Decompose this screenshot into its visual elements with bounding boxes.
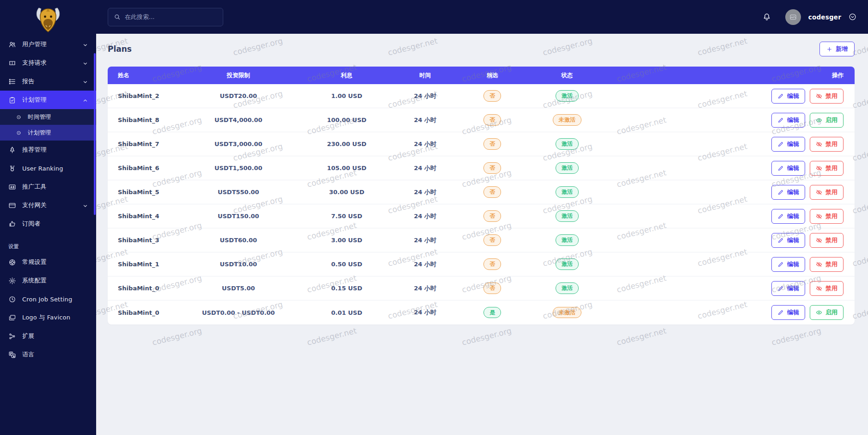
featured-badge: 是 — [483, 307, 501, 318]
table-row: ShibaMint_1 USDT10.00 0.50 USD 24 小时 否 激… — [108, 252, 855, 276]
sidebar-item-12[interactable]: 常规设置 — [0, 253, 96, 271]
investment-limit-cell: USDT4,000.00 — [175, 116, 302, 123]
featured-cell: 否 — [459, 282, 526, 294]
table-row: ShibaMint_5 USDT550.00 30.00 USD 24 小时 否… — [108, 180, 855, 204]
sidebar-item-16[interactable]: 扩展 — [0, 327, 96, 345]
tree-icon — [8, 146, 16, 154]
column-header: 利息 — [302, 72, 391, 80]
featured-badge: 否 — [483, 282, 501, 294]
investment-limit-cell: USDT550.00 — [175, 189, 302, 196]
user-menu-chevron-icon[interactable] — [849, 13, 856, 21]
edit-button[interactable]: 编辑 — [771, 257, 805, 272]
edit-button[interactable]: 编辑 — [771, 89, 805, 104]
sidebar-item-9[interactable]: 支付网关 — [0, 196, 96, 214]
actions-cell: 编辑 禁用 — [608, 137, 855, 152]
status-cell: 未激活 — [526, 114, 608, 125]
add-plan-button[interactable]: 新增 — [819, 42, 855, 56]
sidebar-item-1[interactable]: 支持请求 — [0, 54, 96, 72]
actions-cell: 编辑 禁用 — [608, 257, 855, 272]
edit-button[interactable]: 编辑 — [771, 281, 805, 296]
actions-cell: 编辑 启用 — [608, 305, 855, 320]
sidebar-item-17[interactable]: 语言 — [0, 345, 96, 364]
sidebar-item-4[interactable]: 时间管理 — [0, 109, 96, 125]
edit-button[interactable]: 编辑 — [771, 137, 805, 152]
interest-cell: 0.01 USD — [302, 309, 391, 316]
sidebar-item-8[interactable]: 推广工具 — [0, 178, 96, 196]
sidebar-item-label: 扩展 — [22, 332, 88, 340]
toggle-status-button[interactable]: 禁用 — [810, 233, 844, 248]
investment-limit-cell: USDT1,500.00 — [175, 165, 302, 172]
sidebar-item-14[interactable]: Cron Job Setting — [0, 290, 96, 308]
status-badge: 激活 — [556, 258, 579, 270]
pencil-icon — [777, 309, 784, 316]
edit-button[interactable]: 编辑 — [771, 113, 805, 128]
sidebar-item-0[interactable]: 用户管理 — [0, 41, 96, 54]
sidebar-item-label: 常规设置 — [22, 258, 88, 266]
status-badge: 激活 — [556, 186, 579, 197]
toggle-status-button-label: 禁用 — [825, 236, 837, 245]
time-cell: 24 小时 — [391, 140, 458, 148]
sidebar-item-label: 计划管理 — [22, 96, 77, 104]
plan-name-cell: ShibaMint_4 — [108, 213, 175, 220]
brand-logo[interactable] — [0, 0, 96, 41]
toggle-status-button[interactable]: 禁用 — [810, 185, 844, 200]
pencil-icon — [777, 237, 784, 244]
sidebar-item-7[interactable]: User Ranking — [0, 159, 96, 178]
sidebar-item-15[interactable]: Logo 与 Favicon — [0, 308, 96, 327]
sidebar-scrollbar[interactable] — [94, 53, 96, 215]
plan-name-cell: ShibaMint_5 — [108, 189, 175, 196]
sidebar-item-3[interactable]: 计划管理 — [0, 91, 96, 109]
table-row: ShibaMint_3 USDT60.00 3.00 USD 24 小时 否 激… — [108, 228, 855, 252]
investment-limit-cell: USDT3,000.00 — [175, 141, 302, 147]
plan-name-cell: ShibaMint_8 — [108, 116, 175, 123]
sidebar-item-label: 推荐管理 — [22, 146, 88, 154]
sidebar-item-5[interactable]: 计划管理 — [0, 125, 96, 141]
add-plan-button-label: 新增 — [836, 45, 848, 53]
sidebar-section-label: 设置 — [8, 243, 88, 250]
time-cell: 24 小时 — [391, 116, 458, 124]
interest-cell: 230.00 USD — [302, 141, 391, 147]
edit-button[interactable]: 编辑 — [771, 209, 805, 224]
toggle-status-button[interactable]: 启用 — [810, 113, 844, 128]
investment-limit-cell: USDT150.00 — [175, 213, 302, 220]
toggle-status-button[interactable]: 禁用 — [810, 281, 844, 296]
pencil-icon — [777, 93, 784, 99]
toggle-status-button[interactable]: 禁用 — [810, 137, 844, 152]
chevron-up-icon — [83, 98, 88, 103]
notifications-bell-icon[interactable] — [762, 12, 771, 22]
sidebar-item-2[interactable]: 报告 — [0, 72, 96, 91]
featured-cell: 否 — [459, 210, 526, 221]
chevron-down-icon — [83, 203, 88, 208]
featured-badge: 否 — [483, 114, 501, 125]
toggle-status-button[interactable]: 禁用 — [810, 161, 844, 176]
featured-badge: 否 — [483, 258, 501, 270]
content-area: Plans 新增 姓名投资限制利息时间精选状态操作 ShibaMint_2 US… — [96, 34, 868, 435]
sidebar-item-10[interactable]: 订阅者 — [0, 214, 96, 233]
sidebar-item-13[interactable]: 系统配置 — [0, 271, 96, 290]
toggle-status-button[interactable]: 禁用 — [810, 209, 844, 224]
edit-button[interactable]: 编辑 — [771, 233, 805, 248]
edit-button[interactable]: 编辑 — [771, 305, 805, 320]
status-cell: 激活 — [526, 138, 608, 149]
edit-button[interactable]: 编辑 — [771, 185, 805, 200]
investment-limit-cell: USDT20.00 — [175, 92, 302, 99]
table-row: ShibaMint_7 USDT3,000.00 230.00 USD 24 小… — [108, 132, 855, 156]
toggle-status-button-label: 启用 — [825, 116, 837, 124]
toggle-status-button-label: 禁用 — [825, 284, 837, 293]
search-box[interactable] — [108, 8, 223, 26]
toggle-status-button[interactable]: 启用 — [810, 305, 844, 320]
interest-cell: 7.50 USD — [302, 213, 391, 220]
language-icon — [8, 351, 16, 359]
toggle-status-button-label: 禁用 — [825, 260, 837, 269]
status-badge: 激活 — [556, 138, 579, 149]
toggle-status-button[interactable]: 禁用 — [810, 89, 844, 104]
search-input[interactable] — [125, 13, 208, 20]
sidebar-item-label: 系统配置 — [22, 276, 88, 285]
toggle-status-button[interactable]: 禁用 — [810, 257, 844, 272]
user-avatar[interactable] — [785, 9, 801, 25]
status-badge: 激活 — [556, 162, 579, 173]
sidebar-item-6[interactable]: 推荐管理 — [0, 141, 96, 159]
sidebar-item-label: User Ranking — [22, 165, 88, 172]
thumbs-up-icon — [8, 220, 16, 228]
edit-button[interactable]: 编辑 — [771, 161, 805, 176]
